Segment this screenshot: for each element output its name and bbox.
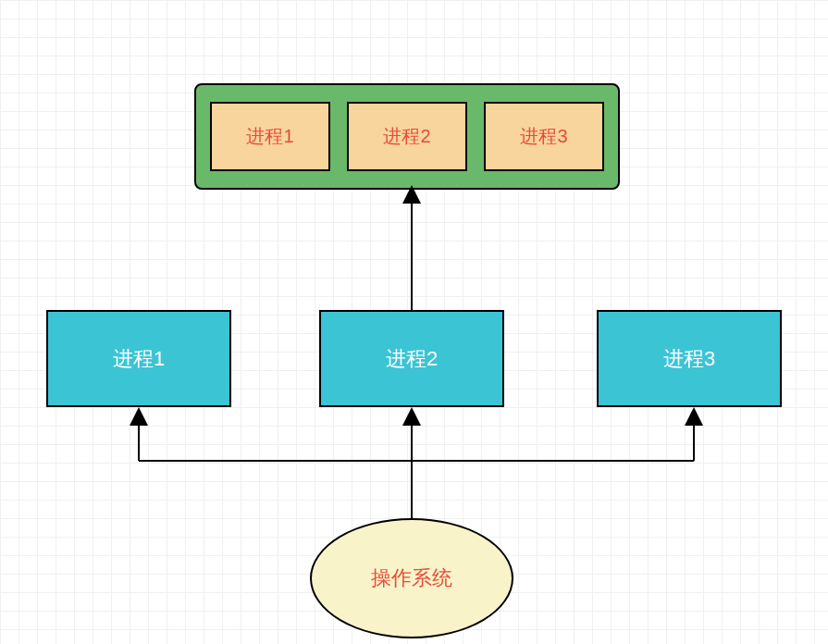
inner-process-1-label: 进程1 [246, 124, 293, 149]
process-box-1: 进程1 [46, 310, 231, 407]
inner-process-1: 进程1 [210, 102, 330, 171]
inner-process-3-label: 进程3 [520, 124, 567, 149]
arrow-process2-to-container [398, 185, 426, 315]
process-box-3-label: 进程3 [663, 345, 715, 373]
os-ellipse: 操作系统 [310, 518, 513, 638]
process-box-1-label: 进程1 [113, 345, 165, 373]
inner-process-2: 进程2 [347, 102, 467, 171]
inner-process-2-label: 进程2 [383, 124, 430, 149]
connector-os-to-processes [120, 405, 712, 526]
os-label: 操作系统 [371, 564, 452, 592]
process-box-2-label: 进程2 [386, 345, 438, 373]
inner-process-3: 进程3 [484, 102, 604, 171]
process-container: 进程1 进程2 进程3 [194, 83, 620, 190]
process-box-2: 进程2 [319, 310, 504, 407]
process-box-3: 进程3 [597, 310, 782, 407]
